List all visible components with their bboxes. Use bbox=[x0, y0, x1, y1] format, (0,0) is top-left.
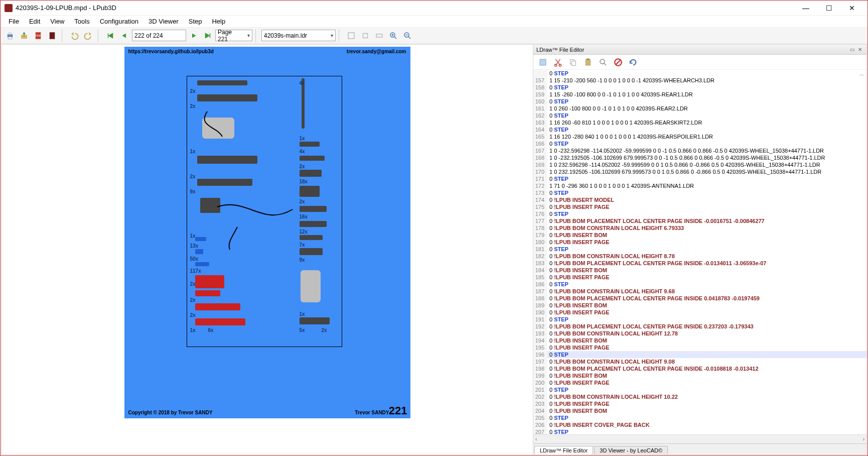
menu-tools[interactable]: Tools bbox=[69, 16, 94, 27]
code-line[interactable]: 2020 !LPUB BOM CONSTRAIN LOCAL HEIGHT 10… bbox=[533, 393, 866, 400]
code-line[interactable]: 1640 STEP bbox=[533, 126, 866, 133]
menu-configuration[interactable]: Configuration bbox=[95, 16, 143, 27]
maximize-button[interactable]: ☐ bbox=[817, 1, 840, 16]
code-line[interactable]: 1800 !LPUB INSERT PAGE bbox=[533, 239, 866, 246]
undo-icon[interactable] bbox=[68, 29, 81, 42]
tab-ldraw-editor[interactable]: LDraw™ File Editor bbox=[534, 446, 593, 454]
code-line[interactable]: 1721 71 0 -296 360 1 0 0 0 1 0 0 0 1 420… bbox=[533, 182, 866, 189]
code-line[interactable]: 1790 !LPUB INSERT BOM bbox=[533, 232, 866, 239]
menu-3d-viewer[interactable]: 3D Viewer bbox=[143, 16, 184, 27]
menu-file[interactable]: File bbox=[4, 16, 24, 27]
code-line[interactable]: 1740 !LPUB INSERT MODEL bbox=[533, 196, 866, 203]
code-line[interactable]: 1960 STEP bbox=[533, 351, 866, 358]
code-line[interactable]: 1850 !LPUB INSERT PAGE bbox=[533, 274, 866, 281]
export-icon[interactable] bbox=[18, 29, 31, 42]
code-line[interactable]: 1970 !LPUB BOM CONSTRAIN LOCAL HEIGHT 9.… bbox=[533, 358, 866, 365]
code-line[interactable]: 1631 16 260 -60 810 1 0 0 0 1 0 0 0 1 42… bbox=[533, 119, 866, 126]
code-line[interactable]: 1770 !LPUB BOM PLACEMENT LOCAL CENTER PA… bbox=[533, 217, 866, 224]
code-line[interactable]: 1880 !LPUB BOM PLACEMENT LOCAL CENTER PA… bbox=[533, 295, 866, 302]
code-line[interactable]: 1691 0 232.596298 -114.052002 -59.999599… bbox=[533, 161, 866, 168]
page-preview-pane[interactable]: https://trevorsandy.github.io/lpub3d tre… bbox=[2, 45, 533, 454]
zoom-width-icon[interactable] bbox=[373, 29, 386, 42]
select-all-icon[interactable] bbox=[536, 56, 549, 69]
last-page-icon[interactable] bbox=[201, 29, 214, 42]
titlebar: 42039S-1-09-LPUB.mpd - LPub3D — ☐ ✕ bbox=[1, 1, 867, 16]
code-line[interactable]: 1870 !LPUB BOM CONSTRAIN LOCAL HEIGHT 9.… bbox=[533, 288, 866, 295]
code-line[interactable]: 1930 !LPUB BOM CONSTRAIN LOCAL HEIGHT 12… bbox=[533, 330, 866, 337]
code-line[interactable]: 1620 STEP bbox=[533, 112, 866, 119]
zoom-actual-icon[interactable] bbox=[359, 29, 372, 42]
code-line[interactable]: 1710 STEP bbox=[533, 175, 866, 182]
code-line[interactable]: 1890 !LPUB INSERT BOM bbox=[533, 302, 866, 309]
code-line[interactable]: 1671 0 -232.596298 -114.052002 -59.99959… bbox=[533, 147, 866, 154]
code-line[interactable]: 2040 !LPUB INSERT BOM bbox=[533, 407, 866, 414]
code-line[interactable]: 2060 !LPUB INSERT COVER_PAGE BACK bbox=[533, 421, 866, 428]
code-line[interactable]: 1840 !LPUB INSERT BOM bbox=[533, 267, 866, 274]
code-line[interactable]: 1950 !LPUB INSERT PAGE bbox=[533, 344, 866, 351]
code-line[interactable]: 1611 0 260 -100 800 0 0 -1 0 1 0 1 0 0 4… bbox=[533, 105, 866, 112]
code-line[interactable]: 1830 !LPUB BOM PLACEMENT LOCAL CENTER PA… bbox=[533, 260, 866, 267]
code-line[interactable]: 1990 !LPUB INSERT BOM bbox=[533, 372, 866, 379]
code-line[interactable]: 1940 !LPUB INSERT BOM bbox=[533, 337, 866, 344]
code-line[interactable]: 1750 !LPUB INSERT PAGE bbox=[533, 203, 866, 210]
code-editor[interactable]: ︿ 0 STEP1571 15 -210 -200 560 -1 0 0 0 1… bbox=[533, 70, 866, 434]
code-line[interactable]: 2050 STEP bbox=[533, 414, 866, 421]
pdf-red-icon[interactable]: PDF bbox=[32, 29, 45, 42]
code-line[interactable]: 1780 !LPUB BOM CONSTRAIN LOCAL HEIGHT 6.… bbox=[533, 224, 866, 232]
first-page-icon[interactable] bbox=[104, 29, 117, 42]
code-line[interactable]: 1730 STEP bbox=[533, 189, 866, 196]
h-scrollbar[interactable]: ‹› bbox=[533, 434, 866, 443]
paste-icon[interactable] bbox=[582, 56, 595, 69]
code-line[interactable]: 1651 16 120 -280 840 1 0 0 0 1 0 0 0 1 4… bbox=[533, 133, 866, 140]
code-line[interactable]: 2030 !LPUB INSERT PAGE bbox=[533, 400, 866, 407]
code-line[interactable]: 1760 STEP bbox=[533, 210, 866, 217]
prev-page-icon[interactable] bbox=[118, 29, 131, 42]
page-counter-input[interactable] bbox=[132, 30, 186, 41]
code-line[interactable]: 1810 STEP bbox=[533, 246, 866, 253]
code-line[interactable]: 2070 STEP bbox=[533, 428, 866, 434]
zoom-in-icon[interactable] bbox=[387, 29, 400, 42]
code-line[interactable]: 1860 STEP bbox=[533, 281, 866, 288]
zoom-out-icon[interactable] bbox=[401, 29, 414, 42]
next-page-icon[interactable] bbox=[187, 29, 200, 42]
page-preview[interactable]: https://trevorsandy.github.io/lpub3d tre… bbox=[124, 47, 410, 418]
code-line[interactable]: 0 STEP bbox=[533, 70, 866, 77]
menu-edit[interactable]: Edit bbox=[24, 16, 45, 27]
code-line[interactable]: 1920 !LPUB BOM PLACEMENT LOCAL CENTER PA… bbox=[533, 323, 866, 330]
scroll-up-icon[interactable]: ︿ bbox=[859, 71, 864, 78]
zoom-fit-icon[interactable] bbox=[345, 29, 358, 42]
page-select[interactable]: Page 221 bbox=[215, 30, 252, 41]
dock-float-icon[interactable]: ▭ bbox=[848, 46, 855, 53]
code-line[interactable]: 1900 !LPUB INSERT PAGE bbox=[533, 309, 866, 316]
redo-icon[interactable] bbox=[82, 29, 95, 42]
delete-icon[interactable] bbox=[612, 56, 625, 69]
code-line[interactable]: 1571 15 -210 -200 560 -1 0 0 0 1 0 0 0 -… bbox=[533, 77, 866, 84]
dock-close-icon[interactable]: ✕ bbox=[856, 46, 863, 53]
code-line[interactable]: 2000 !LPUB INSERT PAGE bbox=[533, 379, 866, 386]
code-line[interactable]: 2010 STEP bbox=[533, 386, 866, 393]
menu-step[interactable]: Step bbox=[184, 16, 207, 27]
pdf-dark-icon[interactable] bbox=[46, 29, 59, 42]
code-line[interactable]: 1701 0 232.192505 -106.102699 679.999573… bbox=[533, 168, 866, 175]
code-line[interactable]: 1580 STEP bbox=[533, 84, 866, 91]
print-icon[interactable] bbox=[4, 29, 17, 42]
code-line[interactable]: 1660 STEP bbox=[533, 140, 866, 147]
menubar: FileEditViewToolsConfiguration3D ViewerS… bbox=[1, 16, 867, 28]
code-line[interactable]: 1980 !LPUB BOM PLACEMENT LOCAL CENTER PA… bbox=[533, 365, 866, 372]
file-select[interactable]: 42039s-main.ldr bbox=[261, 30, 336, 41]
find-icon[interactable] bbox=[597, 56, 610, 69]
menu-view[interactable]: View bbox=[45, 16, 69, 27]
code-line[interactable]: 1591 15 -260 -100 800 0 0 -1 0 1 0 1 0 0… bbox=[533, 91, 866, 98]
copy-icon[interactable] bbox=[566, 56, 580, 69]
refresh-icon[interactable] bbox=[627, 56, 640, 69]
menu-help[interactable]: Help bbox=[207, 16, 230, 27]
minimize-button[interactable]: — bbox=[794, 1, 817, 16]
code-line[interactable]: 1600 STEP bbox=[533, 98, 866, 105]
cut-icon[interactable] bbox=[551, 56, 564, 69]
code-line[interactable]: 1820 !LPUB BOM CONSTRAIN LOCAL HEIGHT 8.… bbox=[533, 253, 866, 260]
code-line[interactable]: 1681 0 -232.192505 -106.102699 679.99957… bbox=[533, 154, 866, 161]
svg-line-25 bbox=[604, 63, 607, 65]
code-line[interactable]: 1910 STEP bbox=[533, 316, 866, 323]
close-button[interactable]: ✕ bbox=[840, 1, 863, 16]
tab-3d-viewer[interactable]: 3D Viewer - by LeoCAD© bbox=[594, 446, 668, 454]
